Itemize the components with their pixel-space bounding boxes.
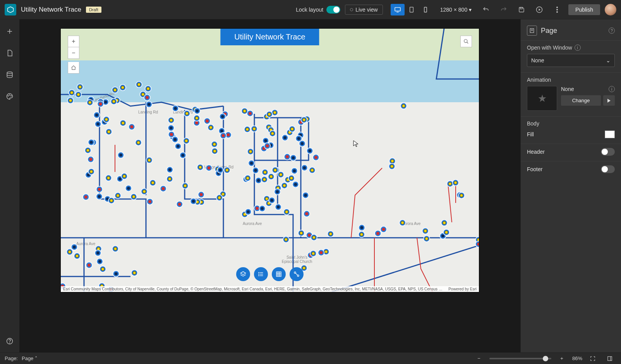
svg-point-156 [162,187,165,190]
svg-rect-410 [276,272,281,276]
open-with-window-select[interactable]: None ⌄ [527,54,615,67]
lock-layout-label: Lock layout [296,7,323,13]
live-dot-icon [350,8,353,11]
svg-point-108 [151,181,154,184]
footer-toggle[interactable] [601,165,615,173]
map-title-banner: Utility Network Trace [220,29,319,45]
redo-button[interactable] [497,3,510,16]
table-button[interactable] [272,267,286,281]
trace-button[interactable] [290,267,304,281]
map-canvas[interactable]: Aurora Ave Aurora Ave Aurora Ave Village… [61,29,479,292]
lock-layout-toggle[interactable] [326,6,340,14]
map-home-button[interactable] [68,62,79,74]
device-phone-button[interactable] [419,4,432,15]
svg-point-290 [292,156,295,159]
help-button[interactable] [3,335,16,348]
svg-point-182 [206,119,209,122]
svg-point-68 [143,190,146,193]
map-search-button[interactable] [460,36,472,47]
svg-point-224 [279,173,282,176]
save-button[interactable] [515,3,528,16]
footer-label: Footer [527,166,542,172]
svg-point-62 [148,159,151,162]
canvas-dimensions-select[interactable]: 1280 × 800 ▾ [437,7,475,13]
svg-point-400 [454,181,457,184]
svg-point-284 [273,111,276,114]
device-desktop-button[interactable] [391,4,405,15]
svg-point-332 [98,260,101,263]
svg-point-14 [8,96,9,96]
live-view-label: Live view [355,7,378,13]
svg-point-228 [246,177,249,180]
svg-point-36 [141,93,144,96]
data-button[interactable] [3,68,16,81]
svg-point-40 [148,103,151,106]
svg-point-166 [222,134,225,137]
svg-point-142 [208,167,211,170]
svg-point-132 [221,192,225,196]
svg-point-354 [312,236,316,239]
preview-button[interactable] [533,3,546,16]
svg-point-256 [314,156,317,159]
pages-button[interactable] [3,46,16,60]
publish-button[interactable]: Publish [568,4,600,15]
more-options-button[interactable] [551,3,564,16]
undo-button[interactable] [479,3,492,16]
svg-point-388 [391,160,394,163]
svg-point-202 [265,197,268,200]
svg-point-10 [556,11,558,13]
svg-point-198 [249,112,252,115]
animation-change-button[interactable]: Change [561,95,601,106]
svg-point-314 [277,206,280,209]
map-zoom-out-button[interactable]: − [68,47,79,59]
page-selector[interactable]: Page ˄ [22,355,38,361]
live-view-button[interactable]: Live view [345,5,383,15]
map-search-control [460,36,472,47]
animation-play-button[interactable] [603,95,615,106]
svg-point-26 [79,86,82,89]
fit-screen-button[interactable] [586,352,599,364]
attribution-text: Esri Community Maps Contributors, City o… [63,287,443,291]
svg-point-48 [77,93,80,96]
zoom-in-button[interactable]: + [555,352,568,364]
panel-help-icon[interactable]: ? [609,27,615,34]
svg-point-118 [185,112,189,115]
svg-point-128 [209,126,213,129]
svg-point-46 [137,83,141,86]
panel-title: Page [541,27,557,35]
header-toggle[interactable] [601,148,615,156]
legend-button[interactable] [254,267,268,281]
svg-point-306 [291,127,294,130]
info-icon[interactable]: i [575,45,581,51]
svg-point-334 [101,268,104,271]
svg-point-168 [185,139,188,143]
animation-info-icon[interactable]: i [609,86,615,92]
svg-point-408 [259,274,259,274]
user-avatar[interactable] [605,4,616,15]
svg-point-330 [87,264,91,267]
device-tablet-button[interactable] [405,4,419,15]
svg-point-144 [170,118,173,122]
svg-point-112 [130,125,133,129]
page-prefix: Page: [5,355,18,361]
map-zoom-in-button[interactable]: + [68,36,79,47]
theme-button[interactable] [3,90,16,103]
svg-point-15 [9,95,10,96]
svg-point-22 [104,100,107,103]
zoom-out-button[interactable]: − [472,352,485,364]
zoom-value: 86% [572,355,582,361]
svg-point-366 [360,226,363,229]
zoom-slider[interactable] [489,358,551,359]
layers-button[interactable] [236,267,250,281]
svg-point-236 [257,179,260,182]
panel-toggle-button[interactable] [603,352,616,364]
svg-point-32 [121,86,124,89]
fill-color-swatch[interactable] [605,130,615,138]
svg-point-90 [137,141,140,144]
svg-point-248 [271,132,274,135]
svg-point-324 [75,254,79,258]
svg-point-176 [177,145,180,148]
svg-point-94 [98,195,101,198]
add-button[interactable] [3,25,16,38]
svg-rect-1 [395,7,400,11]
